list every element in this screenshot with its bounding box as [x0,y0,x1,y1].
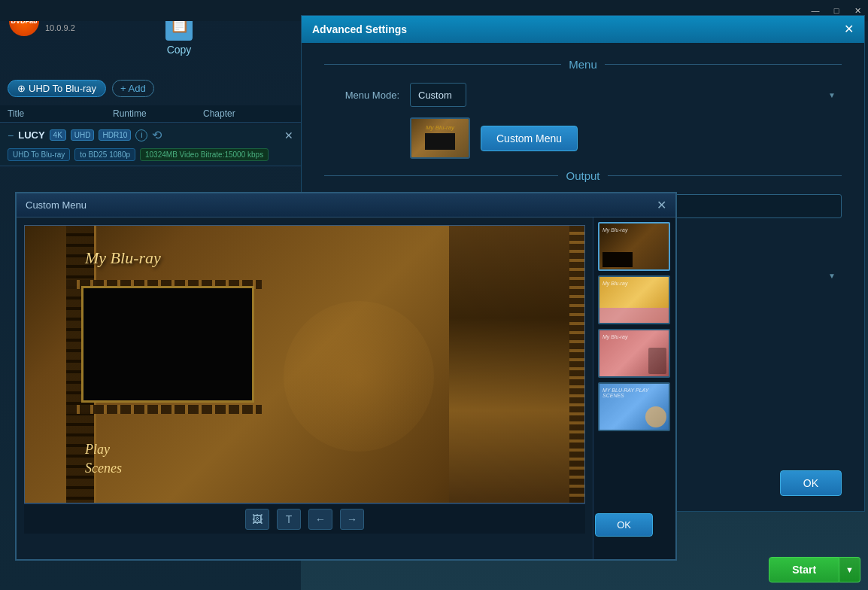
info-icon[interactable]: i [135,129,147,141]
divider-left [324,64,561,65]
modal-title: Advanced Settings [312,23,407,35]
start-dropdown-button[interactable]: ▼ [839,557,860,582]
title-row-header: − LUCY 4K UHD HDR10 i ⟲ ✕ [0,125,301,145]
image-icon: 🖼 [252,513,263,525]
col-chapter: Chapter [203,108,278,119]
start-area: Start ▼ [769,557,860,582]
thumbnail-item-3[interactable]: My Blu-ray [598,329,670,378]
start-button[interactable]: Start [769,557,839,582]
thumb-title: My Blu-ray [425,124,455,131]
filmstrip-bottom [66,405,262,414]
badge-bitrate: 10324MB Video Bitrate:15000 kbps [140,148,269,161]
output-section-divider: Output [324,169,842,182]
title-row: − LUCY 4K UHD HDR10 i ⟲ ✕ UHD To Blu-ray… [0,125,301,166]
modal-close-button[interactable]: ✕ [844,23,854,35]
menu-thumbnail: My Blu-ray [410,117,470,159]
uhd-toolbar: ⊕ UHD To Blu-ray + Add [0,75,301,102]
copy-label: Copy [167,44,192,56]
ambient-circle [284,301,434,452]
thumbnail-item-1[interactable]: My Blu-ray [598,222,670,271]
cm-ok-button[interactable]: OK [595,513,653,537]
col-title: Title [8,108,113,119]
modal-titlebar: Advanced Settings ✕ [302,16,864,43]
thumbnail-inner: My Blu-ray [411,119,469,157]
title-name: LUCY [18,129,44,141]
image-tool-button[interactable]: 🖼 [245,509,269,530]
preview-title: My Blu-ray [85,248,161,268]
preview-play-label: Play [85,442,110,458]
divider-right2 [608,175,842,176]
forward-icon: → [347,513,357,525]
cm-titlebar: Custom Menu ✕ [17,193,675,217]
forward-tool-button[interactable]: → [340,509,364,530]
cm-body: My Blu-ray Play Scenes 🖼 T [17,217,675,559]
divider-left2 [324,175,558,176]
menu-section-divider: Menu [324,58,842,71]
cm-toolbar: 🖼 T ← → [24,503,585,534]
thumbnail-item-4[interactable]: MY BLU-RAY PLAY SCENES [598,382,670,431]
menu-section-title: Menu [569,58,597,71]
thumb-label-2: My Blu-ray [602,281,627,286]
cm-thumbnails-panel: My Blu-ray My Blu-ray My Blu-ray MY BLU-… [593,217,675,559]
back-tool-button[interactable]: ← [308,509,332,530]
collapse-icon[interactable]: − [8,129,14,141]
divider-right [605,64,842,65]
tag-4k: 4K [50,129,66,141]
remove-icon[interactable]: ✕ [284,129,293,141]
film-strip-right [449,226,584,503]
custom-menu-dialog: Custom Menu ✕ My Blu-ray [15,192,677,561]
back-icon: ← [315,513,326,525]
cm-close-button[interactable]: ✕ [657,198,666,212]
custom-menu-button[interactable]: Custom Menu [481,126,578,151]
preview-video-box [81,286,254,403]
text-tool-button[interactable]: T [277,509,301,530]
menu-mode-label: Menu Mode: [324,90,399,101]
thumbnail-item-2[interactable]: My Blu-ray [598,275,670,324]
menu-mode-select-wrapper: Custom Standard None [410,83,842,107]
app-version: 10.0.9.2 [45,23,92,32]
menu-mode-row: Menu Mode: Custom Standard None [324,83,842,107]
thumb-label-1: My Blu-ray [602,227,627,233]
add-button[interactable]: + Add [112,80,154,97]
menu-mode-select[interactable]: Custom Standard None [410,83,466,107]
cm-title: Custom Menu [26,199,86,211]
modal-ok-button[interactable]: OK [780,470,842,496]
tag-uhd: UHD [71,129,95,141]
cm-preview-image: My Blu-ray Play Scenes [24,225,585,503]
title-row-badges: UHD To Blu-ray to BD25 1080p 10324MB Vid… [0,145,301,166]
col-runtime: Runtime [113,108,203,119]
chevron-down-icon: ▼ [845,565,854,574]
preview-scenes-label: Scenes [85,461,122,476]
disc-icon: ⊕ [17,83,26,94]
output-section-title: Output [566,169,599,182]
badge-bd25: to BD25 1080p [74,148,135,161]
thumb-label-4: MY BLU-RAY PLAY SCENES [602,388,669,398]
text-icon: T [286,513,293,525]
table-header: Title Runtime Chapter [0,105,301,123]
uhd-to-bluray-button[interactable]: ⊕ UHD To Blu-ray [8,80,106,97]
menu-thumbnail-row: My Blu-ray Custom Menu [324,117,842,159]
thumb-label-3: My Blu-ray [602,334,627,339]
cm-preview: My Blu-ray Play Scenes 🖼 T [17,217,593,559]
circular-arrows-icon[interactable]: ⟲ [152,128,162,142]
badge-uhd-bluray: UHD To Blu-ray [8,148,70,161]
tag-hdr10: HDR10 [99,129,131,141]
